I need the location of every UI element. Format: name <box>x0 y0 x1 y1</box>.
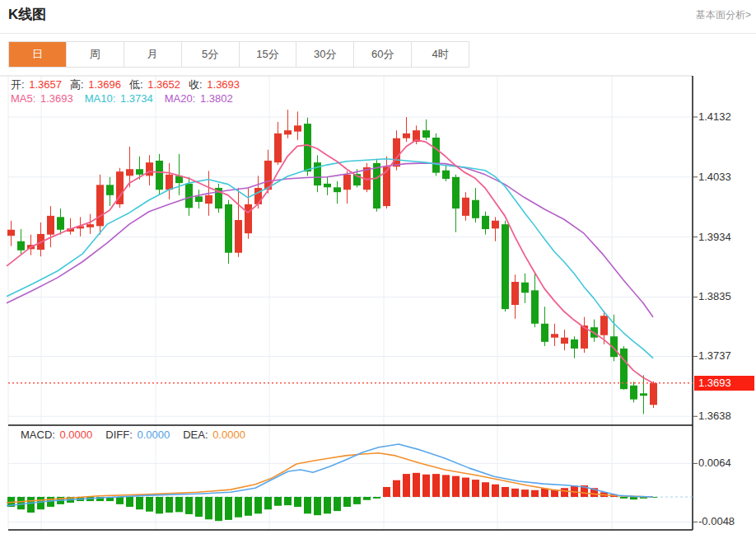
interval-tabs: 日 周 月 5分 15分 30分 60分 4时 <box>8 41 469 68</box>
macd-bar <box>620 497 628 499</box>
macd-bar <box>294 497 301 507</box>
ma-item: MA20: 1.3802 <box>165 92 233 105</box>
candle-body <box>640 393 647 396</box>
candle-body <box>274 134 282 162</box>
ma-item-label: MA5: <box>11 92 35 105</box>
candle-body <box>334 187 341 192</box>
macd-bar <box>422 475 430 497</box>
macd-bar <box>502 487 509 497</box>
macd-bar <box>274 497 282 506</box>
macd-bar <box>442 475 450 497</box>
macd-bar <box>235 497 242 518</box>
interval-tab[interactable]: 15分 <box>240 42 297 67</box>
interval-tab-label: 60分 <box>371 47 394 62</box>
candle-body <box>502 224 509 309</box>
interval-tab[interactable]: 4时 <box>412 42 469 67</box>
ma-item: MA5: 1.3693 <box>11 92 73 105</box>
candle-body <box>284 130 292 134</box>
interval-tab[interactable]: 日 <box>9 42 67 67</box>
macd-bar <box>343 497 351 507</box>
current-price-label: 1.3693 <box>694 376 754 391</box>
candle-body <box>86 224 94 227</box>
macd-bar <box>126 497 133 507</box>
macd-bar <box>452 476 460 497</box>
macd-bar <box>264 497 272 509</box>
macd-item-value: 0.0000 <box>212 429 245 441</box>
ohlc-item-label: 开: <box>11 78 25 91</box>
candle-body <box>482 216 489 229</box>
ohlc-item-value: 1.3657 <box>29 78 62 91</box>
macd-readout: MACD: 0.0000 DIFF: 0.0000 DEA: 0.0000 <box>21 429 259 441</box>
interval-tab[interactable]: 30分 <box>296 42 354 67</box>
candle-body <box>106 185 114 195</box>
macd-item-label: MACD: <box>21 429 55 441</box>
macd-bar <box>521 490 529 497</box>
macd-bar <box>373 497 380 499</box>
macd-bar <box>383 487 390 497</box>
candle-body <box>403 134 410 138</box>
interval-tab[interactable]: 5分 <box>182 42 240 67</box>
price-axis-label: 1.4132 <box>698 110 731 124</box>
macd-bar <box>363 497 371 500</box>
macd-bar <box>413 473 420 497</box>
interval-tab[interactable]: 月 <box>124 42 182 67</box>
macd-bar <box>531 490 539 497</box>
interval-tab-label: 4时 <box>432 47 448 62</box>
candle-body <box>195 196 203 202</box>
macd-bar <box>156 497 163 513</box>
macd-bar <box>492 485 499 497</box>
ohlc-item-value: 1.3652 <box>147 78 180 91</box>
price-axis-label: 1.3934 <box>698 231 731 244</box>
macd-bar <box>511 489 519 497</box>
candle-body <box>561 338 568 344</box>
candle-body <box>126 169 133 176</box>
candle-body <box>452 177 460 208</box>
macd-bar <box>254 497 262 513</box>
ohlc-item-value: 1.3693 <box>207 78 240 91</box>
macd-axis-label: 0.0064 <box>698 457 731 470</box>
macd-bar <box>472 480 479 497</box>
candle-body <box>245 204 252 233</box>
candle-body <box>304 124 311 171</box>
macd-bar <box>314 497 321 515</box>
interval-tab[interactable]: 60分 <box>354 42 412 67</box>
interval-tab-label: 周 <box>90 47 100 62</box>
ma-item: MA10: 1.3734 <box>85 92 153 105</box>
candle-body <box>650 383 657 405</box>
interval-tab-label: 5分 <box>202 47 218 62</box>
macd-bar <box>17 497 25 509</box>
candle-body <box>254 188 262 204</box>
interval-tab[interactable]: 周 <box>67 42 124 67</box>
candle-body <box>225 204 232 253</box>
macd-axis-label: -0.0048 <box>698 515 735 528</box>
candle-body <box>531 290 539 323</box>
candle-body <box>156 161 163 190</box>
ma-item-value: 1.3734 <box>120 92 153 105</box>
candle-body <box>17 241 25 251</box>
macd-bar <box>195 497 203 517</box>
macd-bar <box>482 482 489 497</box>
macd-item-label: DEA: <box>183 429 208 441</box>
price-axis-label: 1.3638 <box>698 410 731 423</box>
macd-bar <box>561 488 568 497</box>
candle-body <box>96 185 104 226</box>
interval-tab-label: 15分 <box>256 47 278 62</box>
macd-bar <box>146 497 153 512</box>
kline-page: { "header": { "title": "K线图", "link": "基… <box>0 0 756 534</box>
interval-tab-label: 日 <box>32 47 43 62</box>
candle-body <box>185 184 193 208</box>
candle-body <box>146 162 153 176</box>
candle-body <box>47 216 54 235</box>
candle-body <box>462 198 469 216</box>
candle-body <box>551 334 558 337</box>
macd-bar <box>432 474 440 497</box>
candle-body <box>205 195 212 204</box>
candle-body <box>472 200 479 218</box>
candle-body <box>541 324 548 342</box>
macd-bar <box>215 497 222 521</box>
candle-body <box>235 220 242 253</box>
ohlc-item-label: 收: <box>189 78 203 91</box>
price-axis-label: 1.3835 <box>698 290 731 303</box>
interval-tab-label: 月 <box>147 47 158 62</box>
candle-body <box>571 340 578 349</box>
